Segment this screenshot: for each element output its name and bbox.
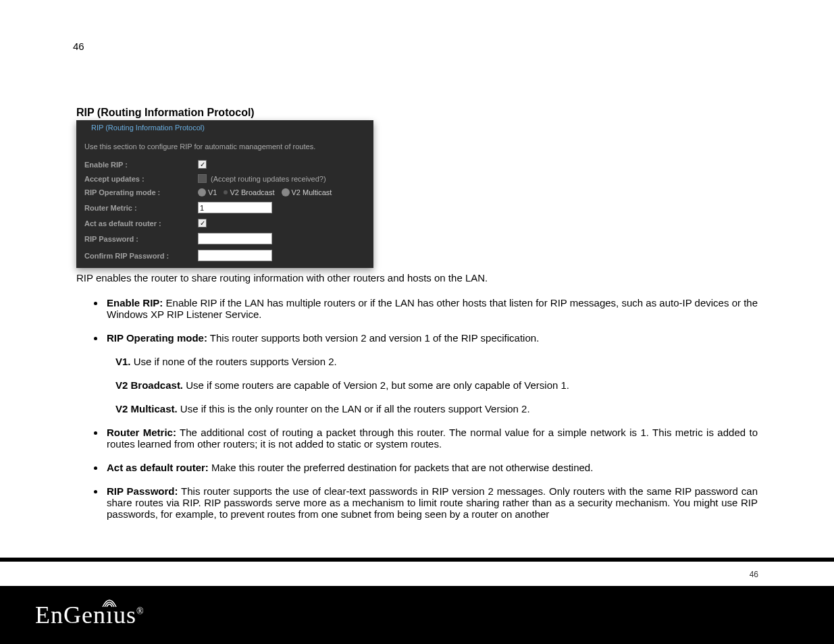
b2-text: This router supports both version 2 and … xyxy=(207,332,539,344)
footer: 46 EnGenıus® xyxy=(0,558,834,644)
intro-text: RIP enables the router to share routing … xyxy=(76,272,758,285)
row-confirm-rip-password: Confirm RIP Password : xyxy=(76,247,373,268)
footer-black: EnGenıus® xyxy=(0,586,834,644)
radio-label-v1: V1 xyxy=(208,188,217,196)
input-rip-password[interactable] xyxy=(198,233,272,244)
radio-v2-multicast[interactable] xyxy=(282,188,290,196)
bullet-router-metric: Router Metric: The additional cost of ro… xyxy=(105,427,758,450)
sub-v2m: V2 Multicast. Use if this is the only ro… xyxy=(115,403,758,414)
logo-reg: ® xyxy=(136,606,145,616)
engenius-logo: EnGenıus® xyxy=(35,601,145,629)
sub-v1-label: V1. xyxy=(115,356,131,367)
b1-label: Enable RIP: xyxy=(107,297,163,308)
label-enable-rip: Enable RIP : xyxy=(84,161,198,169)
label-operating-mode: RIP Operating mode : xyxy=(84,188,198,196)
sub-v2m-label: V2 Multicast. xyxy=(115,403,178,414)
radio-v2-broadcast[interactable] xyxy=(224,190,228,194)
row-accept-updates: Accept updates : (Accept routing updates… xyxy=(76,171,373,186)
bullet-act-default: Act as default router: Make this router … xyxy=(105,462,758,473)
wifi-icon xyxy=(101,597,118,608)
logo-pre: EnGen xyxy=(35,601,106,628)
main-content: RIP (Routing Information Protocol) RIP (… xyxy=(76,107,758,520)
radio-v1[interactable] xyxy=(198,188,206,196)
footer-page-number: 46 xyxy=(750,570,758,579)
sub-v2b: V2 Broadcast. Use if some routers are ca… xyxy=(115,379,758,391)
label-rip-password: RIP Password : xyxy=(84,235,198,243)
bullet-list: Enable RIP: Enable RIP if the LAN has mu… xyxy=(105,297,758,520)
sub-v2b-label: V2 Broadcast. xyxy=(115,379,183,391)
sub-v2b-text: Use if some routers are capable of Versi… xyxy=(183,379,569,391)
sub-v2m-text: Use if this is the only rounter on the L… xyxy=(178,403,530,414)
hint-accept-updates: (Accept routing updates received?) xyxy=(211,175,326,183)
b2-label: RIP Operating mode: xyxy=(107,332,207,344)
row-rip-password: RIP Password : xyxy=(76,230,373,247)
checkbox-accept-updates[interactable] xyxy=(198,174,207,183)
b4-text: Make this router the preferred destinati… xyxy=(209,462,593,473)
b1-text: Enable RIP if the LAN has multiple route… xyxy=(107,297,758,320)
label-accept-updates: Accept updates : xyxy=(84,175,198,183)
input-confirm-rip-password[interactable] xyxy=(198,250,272,261)
logo-i: ı xyxy=(106,601,113,629)
page-number-top: 46 xyxy=(73,41,84,52)
radio-label-v2m: V2 Multicast xyxy=(292,188,332,196)
b4-label: Act as default router: xyxy=(107,462,209,473)
input-router-metric[interactable] xyxy=(198,202,272,213)
bullet-rip-password: RIP Password: This router supports the u… xyxy=(105,485,758,520)
sub-v1-text: Use if none of the routers supports Vers… xyxy=(131,356,337,367)
b5-text: This router supports the use of clear-te… xyxy=(107,485,758,520)
row-act-default: Act as default router : ✓ xyxy=(76,216,373,230)
sub-v1: V1. Use if none of the routers supports … xyxy=(115,356,758,367)
panel-description: Use this section to configure RIP for au… xyxy=(76,134,373,157)
checkbox-act-default[interactable]: ✓ xyxy=(198,219,207,227)
radio-label-v2b: V2 Broadcast xyxy=(230,188,274,196)
label-confirm-rip-password: Confirm RIP Password : xyxy=(84,252,198,260)
label-router-metric: Router Metric : xyxy=(84,204,198,212)
rip-config-panel: RIP (Routing Information Protocol) Use t… xyxy=(76,120,373,268)
b3-label: Router Metric: xyxy=(107,427,176,438)
b5-label: RIP Password: xyxy=(107,485,178,497)
row-router-metric: Router Metric : xyxy=(76,199,373,216)
row-operating-mode: RIP Operating mode : V1 V2 Broadcast V2 … xyxy=(76,186,373,199)
panel-header: RIP (Routing Information Protocol) xyxy=(76,121,373,134)
checkbox-enable-rip[interactable]: ✓ xyxy=(198,160,207,169)
section-heading: RIP (Routing Information Protocol) xyxy=(76,107,758,119)
footer-line xyxy=(0,558,834,562)
row-enable-rip: Enable RIP : ✓ xyxy=(76,157,373,171)
b3-text: The additional cost of routing a packet … xyxy=(107,427,758,450)
bullet-enable-rip: Enable RIP: Enable RIP if the LAN has mu… xyxy=(105,297,758,320)
bullet-operating-mode: RIP Operating mode: This router supports… xyxy=(105,332,758,414)
label-act-default: Act as default router : xyxy=(84,219,198,227)
sub-items: V1. Use if none of the routers supports … xyxy=(115,356,758,414)
